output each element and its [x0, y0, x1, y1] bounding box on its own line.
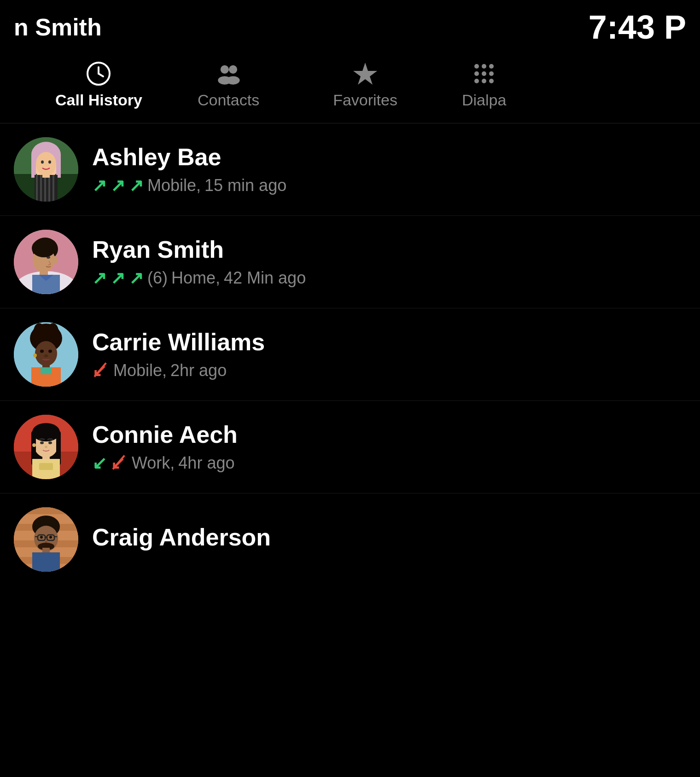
- svg-rect-29: [36, 175, 38, 202]
- svg-point-10: [489, 64, 494, 69]
- contact-name: Connie Aech: [92, 421, 686, 448]
- outgoing-arrow-1: ↗: [92, 175, 107, 196]
- svg-point-9: [482, 64, 486, 69]
- contact-name: Ashley Bae: [92, 143, 686, 171]
- svg-rect-81: [14, 507, 78, 514]
- tab-favorites[interactable]: Favorites: [296, 55, 434, 114]
- call-info: Ashley Bae ↗ ↗ ↗ Mobile, 15 min ago: [92, 143, 686, 196]
- svg-point-15: [482, 79, 486, 83]
- call-list: Ashley Bae ↗ ↗ ↗ Mobile, 15 min ago: [0, 123, 700, 572]
- svg-rect-23: [31, 155, 36, 178]
- svg-point-13: [489, 71, 494, 76]
- avatar: [14, 322, 78, 387]
- tab-call-history-label: Call History: [55, 91, 142, 109]
- incoming-arrow: ↙: [92, 453, 107, 473]
- svg-point-68: [32, 423, 60, 441]
- svg-point-12: [482, 71, 486, 76]
- svg-rect-30: [40, 175, 42, 202]
- svg-rect-34: [42, 173, 50, 178]
- svg-point-55: [40, 350, 44, 353]
- outgoing-arrow-3: ↗: [129, 268, 144, 288]
- outgoing-arrow-1: ↗: [92, 268, 107, 288]
- call-time-ago: 4hr ago: [178, 453, 234, 473]
- svg-point-3: [221, 65, 229, 74]
- call-info: Craig Anderson: [92, 523, 686, 556]
- svg-point-25: [36, 152, 56, 176]
- svg-marker-7: [353, 63, 377, 85]
- call-details: ↗ ↗ ↗ (6) Home, 42 Min ago: [92, 268, 686, 288]
- tab-contacts-label: Contacts: [198, 91, 259, 109]
- call-info: Ryan Smith ↗ ↗ ↗ (6) Home, 42 Min ago: [92, 236, 686, 288]
- svg-point-97: [49, 536, 52, 539]
- avatar: [14, 137, 78, 202]
- missed-arrow: ↙̸: [92, 360, 107, 381]
- svg-point-11: [474, 71, 479, 76]
- svg-point-5: [229, 65, 237, 74]
- call-type-label: Work,: [132, 453, 175, 473]
- call-time-ago: 42 Min ago: [224, 268, 306, 288]
- svg-point-96: [40, 536, 43, 539]
- svg-point-6: [227, 76, 240, 84]
- svg-point-16: [489, 79, 494, 83]
- tab-favorites-label: Favorites: [333, 91, 397, 109]
- svg-rect-101: [32, 552, 60, 572]
- list-item[interactable]: Ashley Bae ↗ ↗ ↗ Mobile, 15 min ago: [0, 123, 700, 216]
- contacts-icon: [215, 60, 242, 87]
- call-details: ↗ ↗ ↗ Mobile, 15 min ago: [92, 175, 686, 196]
- svg-rect-69: [31, 438, 36, 461]
- svg-point-71: [40, 441, 44, 444]
- svg-rect-32: [48, 175, 50, 202]
- svg-point-27: [48, 161, 51, 164]
- call-details: ↙ ↙̸ Work, 4hr ago: [92, 453, 686, 473]
- svg-point-72: [48, 441, 52, 444]
- dialpad-icon: [470, 60, 498, 87]
- call-time-ago: 15 min ago: [204, 176, 286, 195]
- nav-tabs: Call History Contacts Favorites: [0, 51, 700, 123]
- svg-point-73: [45, 446, 47, 448]
- outgoing-arrow-3: ↗: [129, 175, 144, 196]
- call-count: (6): [147, 268, 168, 288]
- svg-point-51: [34, 323, 45, 340]
- svg-point-45: [32, 239, 56, 257]
- call-type-label: Mobile,: [113, 361, 167, 380]
- svg-rect-33: [52, 175, 54, 202]
- list-item[interactable]: Carrie Williams ↙̸ Mobile, 2hr ago: [0, 308, 700, 401]
- svg-rect-41: [40, 269, 48, 276]
- clock-icon: [85, 60, 112, 87]
- svg-rect-24: [56, 155, 61, 178]
- outgoing-arrow-2: ↗: [111, 175, 125, 196]
- status-time: 7:43 P: [589, 8, 686, 46]
- tab-dialpad[interactable]: Dialpa: [434, 55, 525, 114]
- svg-line-2: [99, 74, 103, 76]
- svg-point-26: [41, 161, 44, 164]
- svg-rect-76: [39, 463, 53, 470]
- svg-point-52: [47, 323, 58, 340]
- tab-contacts[interactable]: Contacts: [161, 55, 296, 114]
- avatar: [14, 230, 78, 294]
- svg-point-56: [48, 350, 52, 353]
- call-details: ↙̸ Mobile, 2hr ago: [92, 360, 686, 381]
- list-item[interactable]: Ryan Smith ↗ ↗ ↗ (6) Home, 42 Min ago: [0, 216, 700, 308]
- star-icon: [351, 60, 379, 87]
- svg-point-60: [33, 354, 37, 357]
- avatar: [14, 507, 78, 572]
- svg-point-53: [35, 341, 57, 366]
- svg-point-57: [44, 354, 48, 357]
- svg-rect-59: [41, 367, 52, 374]
- call-info: Carrie Williams ↙̸ Mobile, 2hr ago: [92, 328, 686, 381]
- svg-point-77: [32, 443, 36, 447]
- status-bar: n Smith 7:43 P: [0, 0, 700, 51]
- call-type-label: Home,: [171, 268, 220, 288]
- svg-rect-31: [44, 175, 46, 202]
- list-item[interactable]: Connie Aech ↙ ↙̸ Work, 4hr ago: [0, 401, 700, 493]
- svg-point-42: [51, 256, 58, 264]
- missed-arrow-2: ↙̸: [111, 453, 125, 473]
- contact-name: Craig Anderson: [92, 523, 686, 551]
- contact-name: Ryan Smith: [92, 236, 686, 263]
- call-info: Connie Aech ↙ ↙̸ Work, 4hr ago: [92, 421, 686, 473]
- status-name: n Smith: [14, 13, 102, 41]
- svg-rect-70: [56, 438, 61, 461]
- svg-point-8: [474, 64, 479, 69]
- list-item[interactable]: Craig Anderson: [0, 493, 700, 572]
- tab-call-history[interactable]: Call History: [0, 55, 161, 114]
